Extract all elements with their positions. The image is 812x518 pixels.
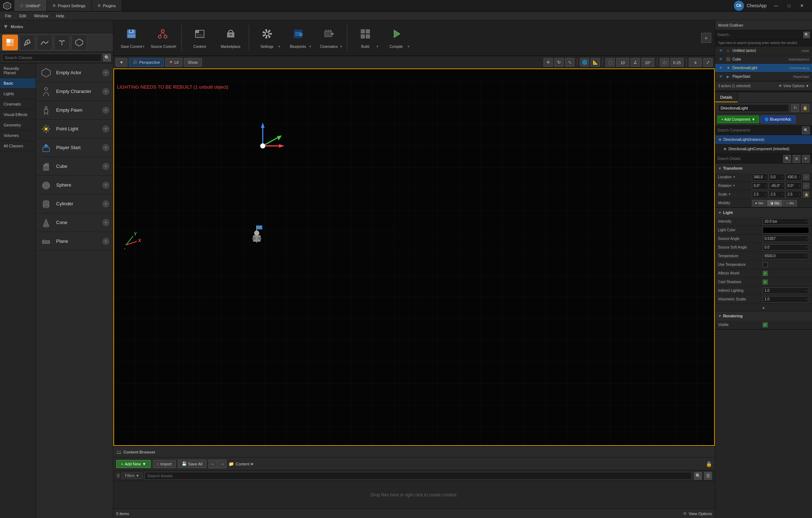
maximize-button[interactable]: □ <box>782 0 795 12</box>
list-item-sphere[interactable]: Sphere + <box>36 176 113 195</box>
scale-z-field[interactable]: 2.5 ↕ <box>786 191 802 198</box>
marketplace-button[interactable]: Marketplace <box>216 22 245 53</box>
dp-lock-icon-btn[interactable]: 🔒 <box>801 104 809 112</box>
scale-x-field[interactable]: 2.5 ↕ <box>752 191 768 198</box>
add-new-button[interactable]: + Add New ▼ <box>116 460 151 468</box>
scale-y-field[interactable]: 2.5 ↕ <box>769 191 785 198</box>
cube-add-btn[interactable]: + <box>102 163 109 170</box>
category-visual-effects[interactable]: Visual Effects <box>0 110 36 120</box>
temperature-field[interactable]: 6500.0 ↕ <box>763 253 809 259</box>
category-geometry[interactable]: Geometry <box>0 120 36 130</box>
lit-btn[interactable]: ☀ Lit <box>165 58 182 67</box>
mode-landscape-btn[interactable] <box>37 35 53 50</box>
category-all-classes[interactable]: All Classes <box>0 141 36 151</box>
import-button[interactable]: ↑ Import <box>153 460 176 468</box>
wo-item-cube[interactable]: 👁 ⬛ Cube StaticMeshAct <box>715 55 812 64</box>
list-item-cylinder[interactable]: Cylinder + <box>36 195 113 213</box>
search-components-input[interactable] <box>717 128 800 132</box>
empty-character-add-btn[interactable]: + <box>102 88 109 95</box>
scale-lock-btn[interactable]: 🔒 <box>803 192 809 197</box>
category-recently-placed[interactable]: Recently Placed <box>0 63 36 78</box>
camera-speed-icon[interactable]: 🎥 <box>660 58 669 67</box>
close-button[interactable]: ✕ <box>795 0 808 12</box>
light-section-collapse-btn[interactable]: ▲ <box>715 304 812 311</box>
filters-button[interactable]: Filters ▼ <box>122 473 143 479</box>
mobility-static-btn[interactable]: ● Sta <box>752 200 766 206</box>
cb-view-options[interactable]: 👁 View Options <box>683 511 712 516</box>
dp-refresh-icon-btn[interactable]: ↻ <box>791 104 799 112</box>
use-temperature-checkbox[interactable] <box>763 262 768 267</box>
list-item-player-start[interactable]: Player Start + <box>36 138 113 157</box>
mobility-stationary-btn[interactable]: ◑ Sta <box>767 200 782 206</box>
plane-add-btn[interactable]: + <box>102 238 109 245</box>
affects-world-checkbox[interactable] <box>763 271 768 276</box>
category-basic[interactable]: Basic <box>0 78 36 89</box>
nav-back-button[interactable]: ← <box>208 460 217 468</box>
content-browser-content[interactable]: Drop files here or right click to create… <box>113 481 715 509</box>
category-volumes[interactable]: Volumes <box>0 130 36 141</box>
list-item-empty-pawn[interactable]: Empty Pawn + <box>36 101 113 120</box>
rotation-z-field[interactable]: 0.0° ↕ <box>786 182 802 189</box>
visible-checkbox[interactable] <box>763 322 768 327</box>
mode-foliage-btn[interactable] <box>54 35 70 50</box>
location-lock-btn[interactable]: ↩ <box>803 174 809 180</box>
list-item-cone[interactable]: Cone + <box>36 213 113 232</box>
actor-name-input[interactable] <box>718 104 789 112</box>
mode-place-btn[interactable] <box>2 35 18 50</box>
list-item-plane[interactable]: Plane + <box>36 232 113 251</box>
location-z-field[interactable]: 430.0 ↕ <box>786 174 802 181</box>
rotation-y-field[interactable]: -45.0° ↕ <box>769 182 785 189</box>
light-section-header[interactable]: ▼ Light <box>715 208 812 217</box>
viewport-canvas[interactable]: LIGHTING NEEDS TO BE REBUILT (1 unbuilt … <box>113 68 715 446</box>
viewport-dropdown-btn[interactable]: ▼ <box>116 58 127 67</box>
angle-snap-btn[interactable]: ∠ <box>631 58 640 67</box>
tab-project-settings[interactable]: ⚙ Project Settings <box>47 0 92 11</box>
cb-settings-btn[interactable]: 🔒 <box>706 461 712 467</box>
menu-window[interactable]: Window <box>31 13 52 19</box>
source-control-button[interactable]: Source Control ▼ <box>148 22 178 53</box>
cast-shadows-checkbox[interactable] <box>763 280 768 285</box>
cone-add-btn[interactable]: + <box>102 219 109 226</box>
wo-search-input[interactable] <box>717 33 802 37</box>
build-button[interactable]: Build ▼ <box>351 22 380 53</box>
surface-snap-btn[interactable]: 📐 <box>591 58 600 67</box>
show-btn[interactable]: Show <box>184 58 202 67</box>
indirect-lighting-field[interactable]: 1.0 ↕ <box>763 287 809 294</box>
rotate-icon-btn[interactable]: ↻ <box>554 58 564 67</box>
perspective-btn[interactable]: 🎥 Perspective <box>129 58 164 67</box>
compile-button[interactable]: Compile ▼ <box>382 22 411 53</box>
blueprints-button[interactable]: Blueprints ▼ <box>284 22 312 53</box>
mobility-movable-btn[interactable]: ○ Mo <box>783 200 797 206</box>
menu-file[interactable]: File <box>1 13 15 19</box>
source-soft-angle-field[interactable]: 0.0 ↕ <box>763 244 809 251</box>
category-lights[interactable]: Lights <box>0 89 36 99</box>
wo-view-options[interactable]: 👁 View Options ▼ <box>779 84 809 88</box>
world-local-btn[interactable]: 🌐 <box>580 58 589 67</box>
save-current-button[interactable]: Save Current ▼ <box>117 22 146 53</box>
search-comp-btn[interactable]: 🔍 <box>802 126 810 134</box>
search-assets-button[interactable]: 🔍 <box>694 472 702 480</box>
rotation-lock-btn[interactable]: ↩ <box>803 183 809 189</box>
light-color-swatch[interactable] <box>763 227 809 233</box>
rotation-x-field[interactable]: 0.0° ↕ <box>752 182 768 189</box>
cb-view-btn[interactable]: ☰ <box>704 472 712 480</box>
maximize-viewport-btn[interactable]: ⤢ <box>703 58 713 67</box>
location-y-field[interactable]: 0.0 ↕ <box>769 174 785 181</box>
search-assets-input[interactable] <box>145 472 692 480</box>
wo-item-untitled-actor[interactable]: 👁 ◇ Untitled (actor) Actor <box>715 46 812 55</box>
rendering-section-header[interactable]: ▼ Rendering <box>715 311 812 321</box>
mode-paint-btn[interactable] <box>19 35 35 50</box>
grid-snap-btn[interactable]: ⬚ <box>605 58 615 67</box>
save-all-button[interactable]: 💾 Save All <box>178 460 207 468</box>
list-item-empty-actor[interactable]: Empty Actor + <box>36 63 113 82</box>
source-angle-field[interactable]: 0.5357 ↕ <box>763 236 809 242</box>
translate-icon-btn[interactable]: ✛ <box>543 58 553 67</box>
list-item-cube[interactable]: Cube + <box>36 157 113 176</box>
mode-geometry-btn[interactable] <box>71 35 87 50</box>
cylinder-add-btn[interactable]: + <box>102 200 109 207</box>
transform-section-header[interactable]: ▼ Transform <box>715 164 812 173</box>
content-button[interactable]: Content <box>185 22 214 53</box>
tab-plugins[interactable]: ⚙ Plugins <box>92 0 122 11</box>
empty-actor-add-btn[interactable]: + <box>102 69 109 76</box>
menu-edit[interactable]: Edit <box>16 13 30 19</box>
